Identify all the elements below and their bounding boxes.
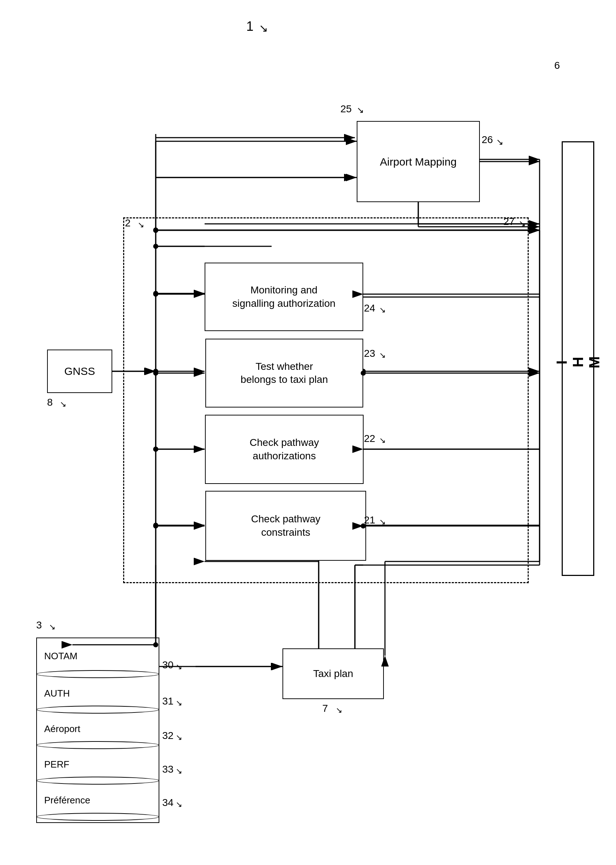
db-notam: NOTAM [37, 638, 159, 675]
arrow-1: ↘ [259, 22, 268, 35]
test-taxi-label: Test whether belongs to taxi plan [240, 360, 328, 387]
check-auth-box: Check pathway authorizations [205, 415, 364, 484]
airport-mapping-label: Airport Mapping [380, 155, 457, 169]
db-perf-label: PERF [44, 759, 69, 770]
label-22: 22 [364, 433, 375, 445]
label-6: 6 [554, 60, 560, 71]
taxi-plan-box: Taxi plan [283, 648, 384, 699]
ihm-box: I H M [562, 141, 594, 576]
db-auth-label: AUTH [44, 688, 70, 699]
label-1: 1 [246, 19, 253, 34]
label-7: 7 [322, 703, 328, 714]
arrow-31: ↘ [176, 698, 182, 708]
monitoring-box: Monitoring and signalling authorization [204, 263, 363, 331]
db-auth: AUTH [37, 677, 159, 710]
arrow-25: ↘ [357, 105, 364, 115]
diagram: 1 ↘ 6 I H M Airport Mapping 25 ↘ 26 ↘ 27… [0, 0, 616, 865]
db-notam-label: NOTAM [44, 651, 77, 662]
airport-mapping-box: Airport Mapping [357, 121, 480, 202]
label-25: 25 [340, 103, 352, 115]
label-2: 2 [125, 217, 131, 229]
db-aeroport-label: Aéroport [44, 723, 80, 734]
arrow-3: ↘ [49, 622, 55, 632]
label-21: 21 [364, 514, 375, 526]
arrow-30: ↘ [176, 662, 182, 672]
label-30: 30 [162, 659, 173, 671]
label-34: 34 [162, 797, 173, 808]
arrow-34: ↘ [176, 800, 182, 809]
arrow-23: ↘ [379, 351, 386, 360]
label-26: 26 [482, 134, 493, 146]
monitoring-label: Monitoring and signalling authorization [233, 284, 336, 310]
label-23: 23 [364, 348, 375, 359]
label-24: 24 [364, 302, 375, 314]
arrow-26: ↘ [496, 137, 503, 147]
db-perf: PERF [37, 749, 159, 781]
check-constraints-box: Check pathway constraints [205, 491, 366, 561]
label-32: 32 [162, 730, 173, 741]
check-auth-label: Check pathway authorizations [250, 436, 319, 462]
label-8: 8 [47, 396, 53, 408]
db-aeroport: Aéroport [37, 713, 159, 745]
arrow-21: ↘ [379, 517, 386, 527]
arrow-22: ↘ [379, 436, 386, 445]
ihm-label: I H M [554, 349, 603, 368]
label-33: 33 [162, 764, 173, 775]
check-constraints-label: Check pathway constraints [251, 513, 320, 539]
arrow-2: ↘ [138, 220, 144, 230]
gnss-label: GNSS [64, 365, 95, 377]
arrow-33: ↘ [176, 766, 182, 776]
db-preference: Préférence [37, 784, 159, 816]
label-3: 3 [36, 620, 42, 631]
gnss-box: GNSS [47, 349, 112, 393]
taxi-plan-label: Taxi plan [313, 667, 354, 680]
test-taxi-box: Test whether belongs to taxi plan [205, 339, 363, 407]
arrow-32: ↘ [176, 733, 182, 742]
arrow-8: ↘ [60, 399, 66, 409]
label-31: 31 [162, 695, 173, 707]
database-container: NOTAM AUTH Aéroport PERF Préférence [36, 637, 159, 823]
arrow-24: ↘ [379, 305, 386, 315]
db-preference-label: Préférence [44, 795, 90, 806]
arrow-7: ↘ [336, 706, 342, 715]
